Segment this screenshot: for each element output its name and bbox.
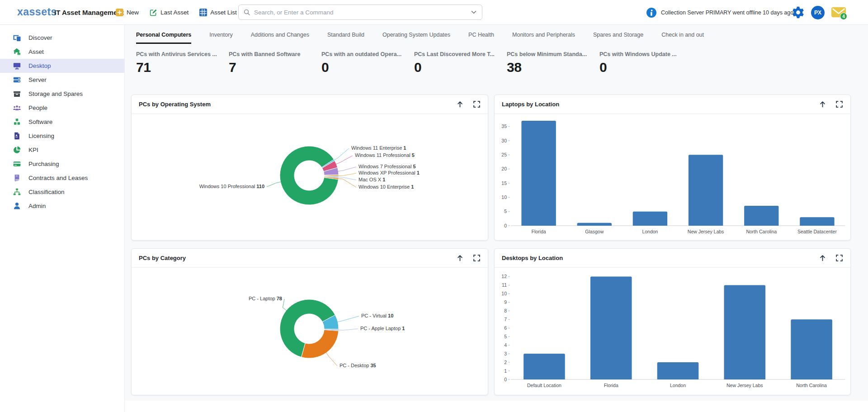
sidebar-item-desktop[interactable]: Desktop — [0, 59, 124, 73]
pie-label-windows-11-professional: Windows 11 Professional 5 — [355, 152, 415, 158]
kpi-pcs-with-antivirus-services[interactable]: PCs with Antivirus Services ...71 — [136, 51, 229, 75]
sidebar-item-label: Purchasing — [28, 161, 59, 167]
chart-card-desktops-by-location: Desktops by Location 0123456789101112Def… — [494, 248, 851, 395]
bar-north-carolina[interactable] — [791, 319, 832, 379]
sidebar-item-admin[interactable]: Admin — [0, 199, 124, 213]
fullscreen-icon[interactable] — [473, 254, 481, 262]
people-icon — [13, 104, 21, 112]
y-tick-label: 5 — [504, 334, 507, 339]
kpi-value: 0 — [321, 60, 414, 75]
asset-list-button[interactable]: Asset List — [199, 9, 237, 16]
search-input[interactable] — [254, 9, 470, 16]
new-button[interactable]: New — [116, 9, 139, 16]
bar-default-location[interactable] — [524, 354, 565, 379]
kpi-pcs-last-discovered-more-t[interactable]: PCs Last Discovered More T...0 — [414, 51, 507, 75]
y-tick-label: 15 — [501, 180, 507, 186]
bar-new-jersey-labs[interactable] — [689, 155, 723, 226]
sidebar-item-asset[interactable]: Asset — [0, 45, 124, 59]
x-category-label: New Jersey Labs — [688, 229, 724, 234]
pie-chart-pcs-by-operating-system: Windows 10 Professional 110Windows 11 En… — [132, 114, 488, 241]
bar-new-jersey-labs[interactable] — [724, 285, 766, 380]
top-bar: xassets IT Asset Management NewLast Asse… — [0, 0, 868, 25]
y-tick-label: 30 — [501, 138, 507, 143]
fullscreen-icon[interactable] — [473, 100, 481, 108]
export-arrow-up-icon[interactable] — [456, 254, 464, 262]
pie-label-windows-xp-professional: Windows XP Professional 1 — [359, 170, 420, 175]
callout-line — [338, 167, 356, 171]
y-tick-label: 8 — [504, 308, 507, 313]
tab-pc-health[interactable]: PC Health — [468, 32, 494, 44]
app-title: IT Asset Management — [54, 9, 124, 16]
bar-florida[interactable] — [590, 277, 632, 379]
x-category-label: Seattle Datacenter — [797, 229, 837, 234]
gear-icon[interactable] — [792, 6, 804, 19]
sidebar-item-label: People — [28, 104, 47, 111]
sidebar-item-licensing[interactable]: Licensing — [0, 129, 124, 143]
kpi-value: 38 — [507, 60, 599, 75]
xassets-logo[interactable]: xassets — [17, 6, 57, 18]
sidebar-item-software[interactable]: Software — [0, 115, 124, 129]
bar-glasgow[interactable] — [577, 223, 612, 226]
kpi-pcs-with-banned-software[interactable]: PCs with Banned Software7 — [229, 51, 321, 75]
fullscreen-icon[interactable] — [835, 100, 843, 108]
bar-north-carolina[interactable] — [744, 206, 778, 226]
bar-london[interactable] — [633, 212, 667, 226]
bar-seattle-datacenter[interactable] — [800, 217, 834, 226]
y-tick-label: 5 — [504, 208, 507, 214]
pie-slice-pc-desktop[interactable] — [302, 330, 339, 358]
pie-label-pc-apple-laptop: PC - Apple Laptop 1 — [360, 326, 405, 331]
sidebar-item-storage-and-spares[interactable]: Storage and Spares — [0, 87, 124, 101]
kpi-pcs-below-minimum-standa[interactable]: PCs below Minimum Standa...38 — [507, 51, 599, 75]
pie-label-pc-virtual: PC - Virtual 10 — [361, 313, 393, 318]
tab-monitors-and-peripherals[interactable]: Monitors and Peripherals — [512, 32, 575, 44]
avatar[interactable]: PX — [811, 6, 825, 19]
sidebar-item-label: Discover — [28, 34, 52, 41]
export-arrow-up-icon[interactable] — [819, 100, 826, 108]
asset-icon — [13, 48, 21, 56]
bar-florida[interactable] — [521, 121, 556, 226]
storage-icon — [13, 90, 21, 98]
callout-line — [338, 177, 356, 180]
bar-london[interactable] — [657, 362, 699, 379]
y-tick-label: 9 — [504, 299, 507, 305]
sidebar-item-people[interactable]: People — [0, 101, 124, 115]
tab-personal-computers[interactable]: Personal Computers — [136, 32, 191, 44]
fullscreen-icon[interactable] — [835, 254, 843, 262]
tab-inventory[interactable]: Inventory — [209, 32, 232, 44]
sidebar-item-label: KPI — [28, 147, 38, 153]
tab-operating-system-updates[interactable]: Operating System Updates — [382, 32, 450, 44]
last-asset-button[interactable]: Last Asset — [150, 9, 189, 16]
kpi-pcs-with-an-outdated-opera[interactable]: PCs with an outdated Opera...0 — [321, 51, 414, 75]
kpi-pcs-with-windows-update[interactable]: PCs with Windows Update ...0 — [599, 51, 692, 75]
sidebar-item-kpi[interactable]: KPI — [0, 143, 124, 157]
purchasing-icon — [13, 160, 21, 168]
export-arrow-up-icon[interactable] — [456, 100, 464, 108]
tab-check-in-and-out[interactable]: Check in and out — [661, 32, 704, 44]
notification-area: Collection Server PRIMARY went offline 1… — [646, 0, 793, 25]
sidebar-item-purchasing[interactable]: Purchasing — [0, 157, 124, 171]
tab-additions-and-changes[interactable]: Additions and Changes — [251, 32, 309, 44]
callout-line — [338, 179, 356, 187]
button-label: Last Asset — [160, 9, 189, 16]
server-icon — [13, 76, 21, 84]
y-tick-label: 25 — [501, 152, 507, 157]
sidebar-item-classification[interactable]: Classification — [0, 185, 124, 199]
pie-label-pc-desktop: PC - Desktop 35 — [340, 363, 376, 368]
desktop-icon — [13, 62, 21, 70]
chevron-down-icon[interactable] — [470, 9, 477, 16]
export-arrow-up-icon[interactable] — [819, 254, 826, 262]
tab-standard-build[interactable]: Standard Build — [327, 32, 364, 44]
kpi-icon — [13, 146, 21, 154]
sidebar-item-discover[interactable]: Discover — [0, 31, 124, 45]
info-icon[interactable] — [646, 8, 656, 18]
y-tick-label: 0 — [504, 223, 507, 228]
sidebar-item-contracts-and-leases[interactable]: Contracts and Leases — [0, 171, 124, 185]
tab-spares-and-storage[interactable]: Spares and Storage — [593, 32, 643, 44]
sidebar-item-server[interactable]: Server — [0, 73, 124, 87]
kpi-label: PCs Last Discovered More T... — [414, 51, 507, 57]
kpi-value: 0 — [414, 60, 507, 75]
search-box[interactable] — [238, 5, 482, 20]
tab-bar: Personal ComputersInventoryAdditions and… — [136, 32, 704, 44]
x-category-label: Glasgow — [585, 229, 604, 234]
callout-line — [338, 173, 356, 175]
